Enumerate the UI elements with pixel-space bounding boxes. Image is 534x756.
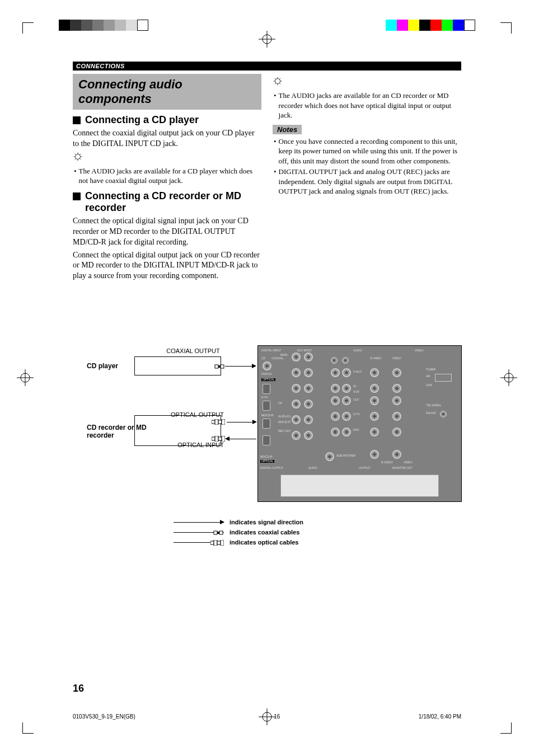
panel-label: CD [278, 402, 282, 405]
jack-icon [370, 368, 379, 377]
jack-icon [342, 368, 351, 377]
note-item: •Once you have connected a recording com… [273, 137, 461, 166]
jack-icon [342, 396, 351, 405]
svg-rect-44 [210, 541, 214, 544]
panel-label: FM ANT [426, 412, 436, 415]
jack-icon [304, 415, 313, 424]
body-text: Connect the optical digital output jack … [73, 250, 261, 282]
svg-rect-32 [221, 365, 224, 368]
optical-jack-icon [263, 401, 270, 411]
arrow-line [229, 439, 256, 439]
panel-label: 6CH INPUT [297, 349, 312, 352]
panel-label: VIDEO [392, 357, 401, 360]
jack-icon [292, 368, 301, 377]
colorbar-right [386, 20, 475, 31]
jack-icon [292, 431, 301, 440]
svg-line-19 [75, 158, 76, 159]
svg-line-26 [275, 78, 276, 79]
svg-line-29 [279, 78, 280, 79]
optical-plug-icon [212, 419, 225, 425]
tip-icon [73, 152, 261, 164]
jack-icon [331, 357, 338, 364]
jack-icon [292, 415, 301, 424]
optical-jack-icon [263, 435, 270, 445]
coaxial-output-label: COAXIAL OUTPUT [160, 348, 227, 354]
panel-label: DVD/LD [261, 373, 271, 375]
square-bullet-icon [73, 116, 81, 124]
panel-label: 75Ω UNBAL. [426, 404, 442, 407]
svg-rect-33 [212, 420, 215, 424]
registration-mark-icon [17, 369, 34, 386]
crop-mark [500, 722, 512, 734]
panel-label: VIDEO [415, 349, 424, 352]
panel-label: OUT [353, 398, 359, 401]
page-number: 16 [73, 683, 84, 694]
jack-icon [440, 411, 447, 417]
heading-cd-md: Connecting a CD recorder or MD recorder [73, 190, 261, 214]
jack-icon [392, 428, 401, 436]
legend-row: indicates coaxial cables [73, 529, 461, 536]
jack-icon [263, 361, 271, 370]
panel-label: TUNER [426, 368, 435, 371]
panel-label: D-TV [353, 413, 360, 416]
footer-page: 16 [274, 713, 280, 720]
legend: indicates signal direction indicates coa… [73, 519, 461, 546]
connection-diagram: CD player COAXIAL OUTPUT CD recorder or … [73, 345, 461, 508]
panel-label: AM [426, 375, 430, 378]
arrow-line [225, 366, 253, 367]
jack-icon [370, 384, 379, 393]
arrow-head-icon [225, 436, 229, 441]
notes-label: Notes [273, 125, 302, 134]
jack-icon [304, 353, 313, 361]
jack-icon [331, 384, 340, 393]
panel-label: AUDIO [308, 467, 317, 469]
footer-date: 1/18/02, 6:40 PM [419, 713, 461, 720]
crop-mark [500, 22, 512, 34]
tip-text: •The AUDIO jacks are available for a CD … [73, 166, 261, 186]
panel-label: V-AUX [353, 370, 362, 373]
optical-jack-icon [263, 419, 270, 429]
jack-icon [392, 368, 401, 377]
jack-icon [342, 412, 351, 421]
panel-label: GND [426, 384, 432, 387]
heading-text: Connecting a CD player [85, 114, 199, 126]
panel-label: D-TV [261, 396, 268, 399]
svg-rect-45 [214, 540, 217, 546]
panel-label: S-VIDEO [381, 461, 393, 464]
receiver-back-panel: DIGITAL INPUT CD COAXIAL DVD/LD OPTICAL … [257, 345, 462, 502]
svg-rect-47 [221, 540, 224, 546]
panel-label: DVD [353, 429, 359, 431]
legend-text: indicates coaxial cables [229, 529, 299, 536]
panel-label: OPTICAL [260, 460, 274, 463]
optical-plug-icon [212, 436, 225, 442]
jack-icon [342, 357, 349, 364]
panel-label: MD/CD-R [260, 456, 273, 458]
jack-icon [342, 384, 351, 393]
panel-base [280, 475, 439, 497]
coax-plug-icon [213, 530, 224, 536]
svg-rect-31 [218, 365, 221, 368]
jack-icon [304, 384, 313, 393]
svg-rect-30 [215, 365, 218, 368]
panel-label: REC OUT [278, 430, 291, 433]
panel-label: VIDEO [404, 461, 413, 464]
svg-line-28 [275, 83, 276, 84]
arrow-head-icon [252, 364, 256, 368]
svg-rect-41 [214, 531, 217, 534]
legend-text: indicates signal direction [229, 519, 303, 525]
jack-icon [370, 396, 379, 405]
panel-label: VCR [353, 391, 359, 393]
svg-rect-36 [222, 419, 225, 425]
arrow-line [227, 422, 254, 422]
heading-cd-player: Connecting a CD player [73, 114, 261, 126]
registration-mark-icon [500, 369, 517, 386]
panel-label: DIGITAL OUTPUT [260, 467, 283, 469]
svg-rect-43 [219, 531, 223, 534]
cd-player-box [134, 356, 221, 375]
panel-label: IN (PLAY) [278, 415, 291, 418]
jack-icon [392, 396, 401, 405]
jack-icon [370, 450, 379, 459]
panel-label: MAIN [280, 354, 288, 356]
svg-rect-38 [215, 436, 218, 442]
tip-icon [273, 76, 461, 88]
